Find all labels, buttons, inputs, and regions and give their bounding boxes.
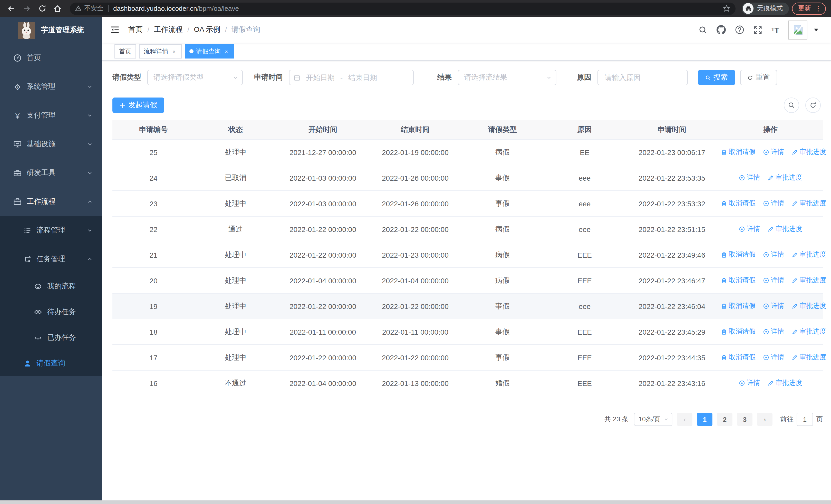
home-icon[interactable] <box>51 2 64 14</box>
tag-label: 请假查询 <box>196 47 221 56</box>
sidebar-item-leave-query[interactable]: 请假查询 <box>0 351 102 376</box>
approval-progress-link[interactable]: 审批进度 <box>767 173 802 182</box>
tag-process-detail[interactable]: 流程详情 × <box>139 44 182 59</box>
tag-leave-query[interactable]: 请假查询 × <box>185 44 234 59</box>
sidebar-item-payment[interactable]: ¥ 支付管理 <box>0 101 102 130</box>
next-page-button[interactable]: › <box>757 413 773 426</box>
approval-progress-link[interactable]: 审批进度 <box>792 250 826 260</box>
yen-icon: ¥ <box>13 111 22 120</box>
sidebar-item-home[interactable]: 首页 <box>0 43 102 72</box>
text-size-icon[interactable]: TT <box>771 26 779 34</box>
security-chip[interactable]: 不安全 <box>75 4 104 13</box>
breadcrumb-workflow[interactable]: 工作流程 <box>154 25 183 34</box>
search-icon[interactable] <box>698 25 707 34</box>
browser-menu-dots-icon[interactable]: ⋮ <box>815 5 822 12</box>
result-select[interactable]: 请选择流结果 <box>458 70 556 85</box>
fullscreen-icon[interactable] <box>753 25 762 34</box>
help-icon[interactable] <box>735 25 744 34</box>
col-leave-type: 请假类型 <box>461 120 544 139</box>
app-logo-row[interactable]: 芋道管理系统 <box>0 17 102 43</box>
detail-link[interactable]: 详情 <box>763 276 784 285</box>
detail-link[interactable]: 详情 <box>763 301 784 311</box>
avatar[interactable] <box>789 20 807 39</box>
approval-progress-link[interactable]: 审批进度 <box>767 225 802 234</box>
cancel-leave-link[interactable]: 取消请假 <box>721 301 755 311</box>
search-button[interactable]: 搜索 <box>698 70 735 85</box>
approval-progress-link[interactable]: 审批进度 <box>792 276 826 285</box>
breadcrumb-home[interactable]: 首页 <box>128 25 143 34</box>
chevron-down-icon <box>87 170 93 176</box>
reason-input[interactable] <box>604 73 682 82</box>
forward-icon[interactable] <box>21 2 33 14</box>
sidebar-item-infrastructure[interactable]: 基础设施 <box>0 130 102 158</box>
sidebar-item-system[interactable]: ⚙ 系统管理 <box>0 72 102 101</box>
table-row: 16 不通过 2022-01-04 00:00:00 2022-01-13 00… <box>112 370 823 396</box>
detail-link[interactable]: 详情 <box>763 199 784 208</box>
breadcrumb-oa-example[interactable]: OA 示例 <box>194 25 221 34</box>
approval-progress-link[interactable]: 审批进度 <box>792 148 826 157</box>
sidebar-item-task-management[interactable]: 任务管理 <box>0 245 102 273</box>
sidebar-item-dev-tools[interactable]: 研发工具 <box>0 158 102 187</box>
page-button-3[interactable]: 3 <box>737 413 752 426</box>
cell-leave-type: 病假 <box>461 216 544 242</box>
toggle-search-button[interactable] <box>784 97 799 113</box>
bookmark-star-icon[interactable] <box>723 5 730 12</box>
chevron-down-icon <box>664 417 669 422</box>
view-icon <box>739 226 745 233</box>
cancel-leave-link[interactable]: 取消请假 <box>721 148 755 157</box>
tag-home[interactable]: 首页 <box>114 44 136 59</box>
chevron-up-icon <box>87 256 93 262</box>
goto-page-input[interactable] <box>797 413 813 426</box>
cancel-leave-link[interactable]: 取消请假 <box>721 250 755 260</box>
approval-progress-link[interactable]: 审批进度 <box>792 199 826 208</box>
approval-progress-link[interactable]: 审批进度 <box>767 379 802 388</box>
approval-progress-link[interactable]: 审批进度 <box>792 327 826 336</box>
detail-link[interactable]: 详情 <box>763 353 784 362</box>
back-icon[interactable] <box>5 2 18 14</box>
cell-apply-time: 2022-01-22 23:51:15 <box>626 216 718 242</box>
detail-link[interactable]: 详情 <box>763 327 784 336</box>
briefcase-icon <box>13 198 22 206</box>
sidebar-item-done-tasks[interactable]: 已办任务 <box>0 325 102 351</box>
caret-down-icon[interactable] <box>813 27 819 32</box>
cancel-leave-link[interactable]: 取消请假 <box>721 353 755 362</box>
prev-page-button[interactable]: ‹ <box>677 413 692 426</box>
sidebar-item-workflow[interactable]: 工作流程 <box>0 187 102 216</box>
browser-update-button[interactable]: 更新 ⋮ <box>792 2 826 14</box>
approval-progress-link[interactable]: 审批进度 <box>792 301 826 311</box>
close-icon[interactable]: × <box>171 48 177 54</box>
cancel-leave-link[interactable]: 取消请假 <box>721 199 755 208</box>
detail-link[interactable]: 详情 <box>739 225 760 234</box>
tag-label: 流程详情 <box>144 47 168 56</box>
start-date-input[interactable] <box>303 73 337 82</box>
col-apply-time: 申请时间 <box>626 120 718 139</box>
leave-type-select[interactable]: 请选择请假类型 <box>147 70 243 85</box>
page-button-2[interactable]: 2 <box>717 413 733 426</box>
cell-apply-id: 23 <box>112 191 195 216</box>
page-button-1[interactable]: 1 <box>697 413 712 426</box>
detail-link[interactable]: 详情 <box>763 250 784 260</box>
detail-link[interactable]: 详情 <box>739 379 760 388</box>
cancel-leave-link[interactable]: 取消请假 <box>721 327 755 336</box>
cancel-leave-link[interactable]: 取消请假 <box>721 276 755 285</box>
reload-icon[interactable] <box>36 2 48 14</box>
eye-icon <box>34 308 42 316</box>
detail-link[interactable]: 详情 <box>739 173 760 182</box>
sidebar-item-process-management[interactable]: 流程管理 <box>0 216 102 245</box>
close-icon[interactable]: × <box>223 48 229 54</box>
sidebar-item-todo-tasks[interactable]: 待办任务 <box>0 299 102 325</box>
detail-link[interactable]: 详情 <box>763 148 784 157</box>
refresh-table-button[interactable] <box>805 97 821 113</box>
page-size-select[interactable]: 10条/页 <box>634 413 672 426</box>
sidebar-item-my-processes[interactable]: 我的流程 <box>0 273 102 299</box>
apply-time-range-picker[interactable]: - <box>289 70 414 85</box>
approval-progress-link[interactable]: 审批进度 <box>792 353 826 362</box>
address-bar[interactable]: 不安全 dashboard.yudao.iocoder.cn/bpm/oa/le… <box>70 2 736 14</box>
end-date-input[interactable] <box>346 73 379 82</box>
sidebar-fold-icon[interactable] <box>110 25 120 35</box>
tree-icon <box>23 255 31 263</box>
view-icon <box>763 328 769 335</box>
create-leave-button[interactable]: 发起请假 <box>112 97 164 113</box>
github-icon[interactable] <box>716 25 725 34</box>
reset-button[interactable]: 重置 <box>740 70 777 85</box>
